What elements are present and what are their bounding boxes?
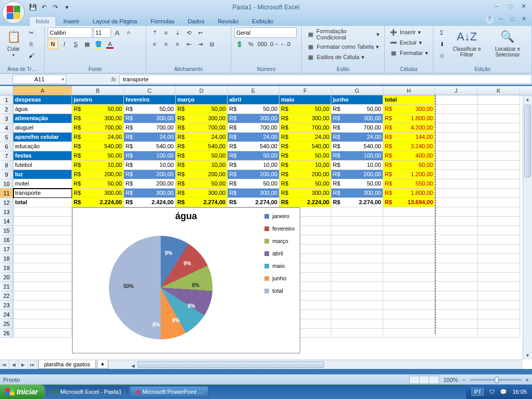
cell[interactable] — [435, 254, 478, 263]
border-button[interactable]: ▦ — [82, 39, 92, 49]
cell[interactable] — [331, 282, 383, 291]
data-cell[interactable]: R$50,00 — [176, 151, 228, 161]
sheet-nav-prev-icon[interactable]: ◀ — [9, 360, 19, 369]
fill-color-button[interactable]: 🪣 — [93, 39, 104, 49]
align-right-icon[interactable]: ≡ — [172, 39, 183, 49]
delete-cells-button[interactable]: ➖Excluir ▾ — [388, 38, 430, 47]
underline-button[interactable]: S — [71, 39, 81, 49]
data-cell[interactable]: R$300,00 — [228, 114, 279, 123]
data-cell[interactable]: R$50,00 — [72, 105, 124, 114]
header-cell[interactable]: março — [176, 95, 228, 105]
col-header-B[interactable]: B — [72, 86, 124, 95]
cell[interactable] — [383, 226, 435, 235]
cell[interactable] — [13, 207, 72, 217]
data-cell[interactable]: R$50,00 — [72, 151, 124, 161]
data-cell[interactable]: R$300,00 — [279, 189, 331, 198]
cell[interactable] — [435, 114, 478, 123]
cell[interactable] — [13, 282, 72, 291]
clock[interactable]: 16:05 — [512, 389, 527, 395]
grow-font-icon[interactable]: A — [112, 27, 122, 38]
tray-icon[interactable]: 💬 — [500, 389, 507, 395]
sheet-tab[interactable]: planilha de gastos — [38, 360, 96, 369]
page-layout-view-icon[interactable] — [419, 376, 429, 384]
data-cell[interactable]: R$24,00 — [124, 133, 176, 142]
sort-filter-button[interactable]: A↓ZClassificar e Filtrar — [449, 27, 485, 59]
header-cell[interactable]: janeiro — [72, 95, 124, 105]
sheet-nav-last-icon[interactable]: ⏭ — [28, 360, 37, 369]
cell[interactable] — [435, 133, 478, 142]
header-cell[interactable]: maio — [279, 95, 331, 105]
data-cell[interactable]: R$24,00 — [279, 133, 331, 142]
cell[interactable] — [331, 329, 383, 338]
row-label-cell[interactable]: motel — [13, 179, 72, 189]
thousands-icon[interactable]: 000 — [257, 39, 268, 49]
cell[interactable] — [478, 217, 520, 226]
shrink-font-icon[interactable]: A — [123, 27, 134, 38]
tab-inserir[interactable]: Inserir — [57, 17, 86, 26]
data-cell[interactable]: R$50,00 — [228, 105, 279, 114]
data-cell[interactable]: R$10,00 — [124, 161, 176, 170]
cell[interactable] — [435, 198, 478, 207]
row-label-cell[interactable]: educação — [13, 142, 72, 151]
cell[interactable] — [478, 161, 520, 170]
cell[interactable] — [478, 319, 520, 329]
data-cell[interactable]: R$300,00 — [72, 189, 124, 198]
tab-inicio[interactable]: Início — [29, 16, 56, 26]
cell[interactable] — [478, 282, 520, 291]
cell[interactable] — [383, 254, 435, 263]
tab-dados[interactable]: Dados — [181, 17, 211, 26]
data-cell[interactable]: R$700,00 — [331, 123, 383, 133]
cell[interactable] — [13, 301, 72, 310]
select-all-corner[interactable] — [0, 86, 13, 95]
orientation-icon[interactable]: ⟲ — [184, 27, 194, 38]
cell[interactable] — [435, 273, 478, 282]
tab-layout[interactable]: Layout da Página — [87, 17, 144, 26]
data-cell[interactable]: R$2.274,00 — [331, 198, 383, 207]
cell[interactable] — [435, 226, 478, 235]
data-cell[interactable]: R$540,00 — [176, 142, 228, 151]
cell[interactable] — [383, 263, 435, 273]
total-cell[interactable]: R$1.800,00 — [383, 114, 435, 123]
find-select-button[interactable]: 🔍Localizar e Selecionar — [487, 27, 528, 59]
cell[interactable] — [13, 319, 72, 329]
normal-view-icon[interactable] — [409, 376, 419, 384]
data-cell[interactable]: R$2.224,00 — [72, 198, 124, 207]
cell[interactable] — [331, 310, 383, 319]
cell[interactable] — [478, 291, 520, 301]
data-cell[interactable]: R$24,00 — [228, 133, 279, 142]
cell[interactable] — [478, 254, 520, 263]
cell[interactable] — [435, 123, 478, 133]
data-cell[interactable]: R$200,00 — [124, 179, 176, 189]
total-cell[interactable]: R$13.694,00 — [383, 198, 435, 207]
help-icon[interactable]: ? — [485, 16, 494, 24]
cell[interactable] — [383, 319, 435, 329]
align-center-icon[interactable]: ≡ — [161, 39, 171, 49]
zoom-percent[interactable]: 100% — [443, 377, 458, 383]
data-cell[interactable]: R$700,00 — [279, 123, 331, 133]
chart-object[interactable]: água 9% 9% 8% 8% 8% 8% 50% janeirofevere… — [72, 207, 300, 353]
cell[interactable] — [478, 114, 520, 123]
cell[interactable] — [478, 123, 520, 133]
cell[interactable] — [435, 291, 478, 301]
col-header-A[interactable]: A — [13, 86, 72, 95]
cell[interactable] — [478, 226, 520, 235]
header-cell[interactable]: total — [383, 95, 435, 105]
scroll-thumb[interactable] — [524, 105, 531, 177]
qat-dropdown-icon[interactable]: ▾ — [62, 3, 72, 12]
data-cell[interactable]: R$540,00 — [279, 142, 331, 151]
row-label-cell[interactable]: festas — [13, 151, 72, 161]
total-cell[interactable]: R$550,00 — [383, 179, 435, 189]
page-break-view-icon[interactable] — [429, 376, 439, 384]
cell[interactable] — [13, 226, 72, 235]
merge-center-icon[interactable]: ⊟ — [206, 39, 217, 49]
fill-icon[interactable]: ⬇ — [437, 39, 447, 49]
data-cell[interactable]: R$300,00 — [279, 114, 331, 123]
col-header-J[interactable]: J — [435, 86, 478, 95]
cell[interactable] — [435, 95, 478, 105]
cell[interactable] — [435, 263, 478, 273]
copy-icon[interactable]: ⎘ — [26, 39, 36, 49]
data-cell[interactable]: R$300,00 — [176, 189, 228, 198]
cell[interactable] — [331, 291, 383, 301]
data-cell[interactable]: R$50,00 — [228, 151, 279, 161]
cell[interactable] — [478, 170, 520, 179]
